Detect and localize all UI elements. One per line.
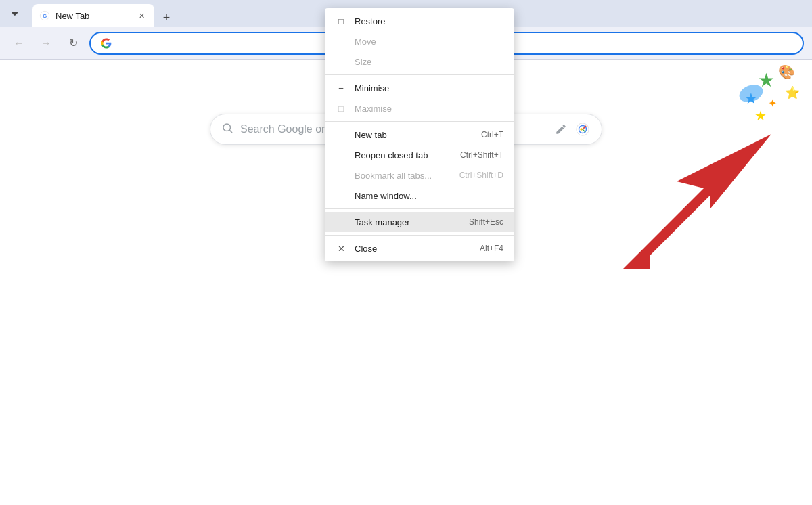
active-tab[interactable]: G New Tab ✕: [32, 4, 154, 27]
menu-item-shortcut-task_manager: Shift+Esc: [469, 217, 503, 227]
svg-text:★: ★: [758, 70, 775, 91]
tab-close-button[interactable]: ✕: [135, 9, 148, 22]
menu-item-new_tab[interactable]: New tabCtrl+T: [325, 125, 514, 145]
task_manager-icon: [336, 217, 346, 227]
google-g-icon: [100, 37, 112, 49]
menu-item-shortcut-close: Alt+F4: [480, 244, 503, 253]
menu-item-move: Move: [325, 31, 514, 51]
menu-item-label-name_window: Name window...: [355, 191, 503, 201]
new_tab-icon: [336, 129, 346, 140]
svg-text:★: ★: [754, 108, 767, 123]
menu-item-label-restore: Restore: [355, 16, 503, 26]
minimise-icon: −: [336, 83, 346, 93]
menu-item-label-reopen_closed_tab: Reopen closed tab: [355, 150, 452, 160]
menu-item-shortcut-bookmark_all_tabs: Ctrl+Shift+D: [459, 171, 503, 180]
svg-line-11: [229, 130, 231, 132]
context-menu: □RestoreMoveSize−Minimise□MaximiseNew ta…: [325, 8, 514, 261]
google-lens-icon[interactable]: [574, 121, 591, 137]
size-icon: [336, 56, 346, 67]
new-tab-button[interactable]: +: [157, 8, 176, 27]
reload-button[interactable]: ↻: [62, 32, 84, 54]
svg-marker-9: [623, 134, 771, 269]
close-icon: ✕: [336, 243, 346, 254]
move-icon: [336, 36, 346, 47]
menu-item-reopen_closed_tab[interactable]: Reopen closed tabCtrl+Shift+T: [325, 145, 514, 165]
forward-button[interactable]: →: [35, 32, 57, 54]
tab-title: New Tab: [55, 11, 130, 21]
menu-item-task_manager[interactable]: Task managerShift+Esc: [325, 212, 514, 232]
red-arrow-annotation: [595, 127, 771, 276]
menu-separator: [325, 208, 514, 209]
menu-separator: [325, 235, 514, 236]
menu-item-bookmark_all_tabs: Bookmark all tabs...Ctrl+Shift+D: [325, 165, 514, 185]
svg-text:★: ★: [744, 90, 758, 107]
svg-point-8: [737, 82, 765, 106]
tab-switcher-button[interactable]: ⏷: [5, 4, 24, 23]
maximise-icon: □: [336, 103, 346, 114]
menu-item-restore[interactable]: □Restore: [325, 11, 514, 31]
tab-favicon: G: [39, 10, 50, 21]
menu-item-label-bookmark_all_tabs: Bookmark all tabs...: [355, 171, 451, 181]
svg-text:G: G: [43, 13, 47, 19]
menu-item-label-maximise: Maximise: [355, 104, 503, 114]
menu-item-label-size: Size: [355, 57, 503, 67]
sticker-decoration: ★ 🎨 ★ ✦ ⭐ ★: [704, 60, 812, 141]
menu-item-maximise: □Maximise: [325, 98, 514, 118]
menu-item-label-new_tab: New tab: [355, 130, 473, 140]
search-right-icons: [553, 121, 591, 137]
menu-item-name_window[interactable]: Name window...: [325, 185, 514, 206]
name_window-icon: [336, 190, 346, 201]
back-button[interactable]: ←: [8, 32, 30, 54]
menu-item-shortcut-reopen_closed_tab: Ctrl+Shift+T: [460, 150, 503, 160]
menu-separator: [325, 74, 514, 75]
menu-item-minimise[interactable]: −Minimise: [325, 78, 514, 98]
svg-text:⭐: ⭐: [785, 85, 800, 100]
reopen_closed_tab-icon: [336, 150, 346, 160]
menu-item-label-close: Close: [355, 244, 472, 254]
search-icon: [221, 122, 233, 137]
menu-separator: [325, 121, 514, 122]
menu-item-shortcut-new_tab: Ctrl+T: [481, 130, 503, 139]
restore-icon: □: [336, 16, 346, 26]
menu-item-label-task_manager: Task manager: [355, 217, 461, 227]
menu-item-size: Size: [325, 51, 514, 72]
pencil-icon[interactable]: [553, 121, 569, 137]
svg-text:✦: ✦: [768, 97, 777, 109]
menu-item-close[interactable]: ✕CloseAlt+F4: [325, 238, 514, 259]
bookmark_all_tabs-icon: [336, 170, 346, 181]
menu-item-label-move: Move: [355, 37, 503, 47]
svg-text:🎨: 🎨: [778, 64, 795, 80]
menu-item-label-minimise: Minimise: [355, 83, 503, 93]
